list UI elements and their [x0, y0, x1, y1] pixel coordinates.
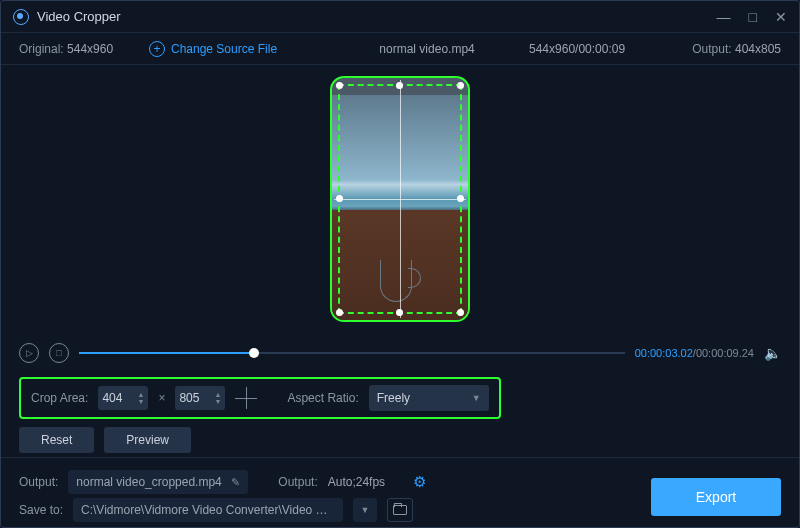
video-frame[interactable] — [330, 76, 470, 322]
stop-button[interactable]: □ — [49, 343, 69, 363]
save-path-dropdown[interactable]: ▼ — [353, 498, 377, 522]
output-filename-field[interactable]: normal video_cropped.mp4 ✎ — [68, 470, 248, 494]
center-crop-icon[interactable] — [235, 387, 257, 409]
guide-vertical — [400, 80, 401, 318]
output-settings-label: Output: — [278, 475, 317, 489]
app-icon — [13, 9, 29, 25]
change-source-button[interactable]: + Change Source File — [149, 41, 277, 57]
aspect-label: Aspect Ratio: — [287, 391, 358, 405]
crop-height-input[interactable]: 805 ▲▼ — [175, 386, 225, 410]
crop-controls-row: Crop Area: 404 ▲▼ × 805 ▲▼ Aspect Ratio:… — [1, 373, 799, 423]
preview-canvas — [1, 65, 799, 333]
spinner-icon[interactable]: ▲▼ — [137, 391, 144, 405]
output-file-label: Output: — [19, 475, 58, 489]
player-bar: ▷ □ 00:00:03.02/00:00:09.24 🔈 — [1, 333, 799, 373]
crop-handle-r[interactable] — [457, 195, 464, 202]
actions-row: Reset Preview — [1, 423, 799, 457]
crop-handle-tl[interactable] — [336, 82, 343, 89]
plus-icon: + — [149, 41, 165, 57]
source-filename: normal video.mp4 — [357, 42, 497, 56]
time-display: 00:00:03.02/00:00:09.24 — [635, 347, 754, 359]
reset-button[interactable]: Reset — [19, 427, 94, 453]
volume-icon[interactable]: 🔈 — [764, 345, 781, 361]
aspect-ratio-select[interactable]: Freely ▼ — [369, 385, 489, 411]
times-icon: × — [158, 391, 165, 405]
save-path-field[interactable]: C:\Vidmore\Vidmore Video Converter\Video… — [73, 498, 343, 522]
spinner-icon[interactable]: ▲▼ — [214, 391, 221, 405]
export-button[interactable]: Export — [651, 478, 781, 516]
output-dims: Output: 404x805 — [692, 42, 781, 56]
titlebar: Video Cropper — □ ✕ — [1, 1, 799, 33]
gear-icon[interactable]: ⚙ — [413, 473, 426, 491]
crop-handle-l[interactable] — [336, 195, 343, 202]
pencil-icon: ✎ — [231, 476, 240, 489]
output-settings-value: Auto;24fps — [328, 475, 385, 489]
chevron-down-icon: ▼ — [472, 393, 481, 403]
crop-width-input[interactable]: 404 ▲▼ — [98, 386, 148, 410]
seek-slider[interactable] — [79, 343, 625, 363]
crop-handle-br[interactable] — [457, 309, 464, 316]
footer: Output: normal video_cropped.mp4 ✎ Outpu… — [1, 457, 799, 528]
crop-handle-t[interactable] — [396, 82, 403, 89]
close-button[interactable]: ✕ — [775, 10, 787, 24]
app-title: Video Cropper — [37, 9, 121, 24]
crop-box[interactable] — [338, 84, 462, 314]
original-dims: Original: 544x960 — [19, 42, 149, 56]
crop-handle-tr[interactable] — [457, 82, 464, 89]
crop-handle-b[interactable] — [396, 309, 403, 316]
toolbar: Original: 544x960 + Change Source File n… — [1, 33, 799, 65]
maximize-button[interactable]: □ — [749, 10, 757, 24]
save-to-label: Save to: — [19, 503, 63, 517]
seek-thumb[interactable] — [249, 348, 259, 358]
source-info: 544x960/00:00:09 — [507, 42, 647, 56]
crop-controls-group: Crop Area: 404 ▲▼ × 805 ▲▼ Aspect Ratio:… — [19, 377, 501, 419]
minimize-button[interactable]: — — [717, 10, 731, 24]
play-button[interactable]: ▷ — [19, 343, 39, 363]
preview-button[interactable]: Preview — [104, 427, 191, 453]
folder-icon — [393, 505, 407, 515]
open-folder-button[interactable] — [387, 498, 413, 522]
crop-handle-bl[interactable] — [336, 309, 343, 316]
crop-area-label: Crop Area: — [31, 391, 88, 405]
